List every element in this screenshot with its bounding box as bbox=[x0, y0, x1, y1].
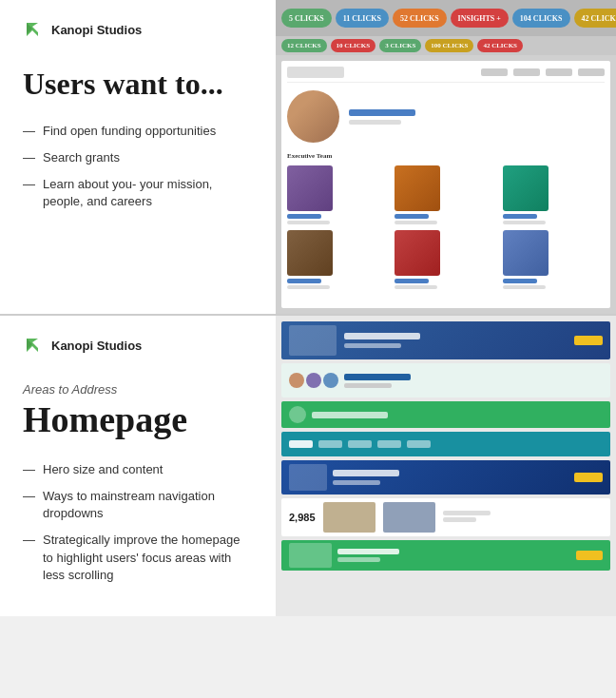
areas-label: Areas to Address bbox=[23, 382, 253, 397]
homepage-mockup-2 bbox=[281, 363, 610, 397]
site-nav-item-2 bbox=[513, 68, 540, 76]
hp-hero-text bbox=[344, 333, 567, 348]
hp-pop-line1 bbox=[344, 374, 411, 380]
team-name-1 bbox=[287, 214, 321, 219]
hp-teal-item-3 bbox=[348, 440, 372, 448]
bottom-bullet-1: Hero size and content bbox=[23, 461, 253, 478]
logo-bottom: Kanopi Studios bbox=[23, 335, 253, 356]
lead-person-title bbox=[349, 120, 401, 125]
hp-pop-section bbox=[281, 363, 610, 397]
team-grid bbox=[287, 165, 605, 289]
heatmap-pill-4: INSIGHTS + bbox=[451, 9, 509, 28]
website-mockup-top: 5 CLICKS 11 CLICKS 52 CLICKS INSIGHTS + … bbox=[276, 0, 616, 314]
homepage-mockup-6: 2,985 bbox=[281, 498, 610, 536]
hp-cta-image bbox=[289, 543, 332, 568]
team-role-6 bbox=[503, 285, 546, 289]
homepage-mockup-1 bbox=[281, 321, 610, 359]
homepage-mockup-5 bbox=[281, 460, 610, 494]
hp-cta-line1 bbox=[337, 549, 399, 554]
team-name-2 bbox=[395, 214, 429, 219]
kanopi-logo-icon-bottom bbox=[23, 335, 44, 356]
team-photo-6 bbox=[503, 230, 549, 276]
team-role-3 bbox=[503, 221, 546, 224]
team-member-6 bbox=[503, 230, 605, 289]
team-role-4 bbox=[287, 285, 330, 289]
hp-blue-hero-section bbox=[281, 460, 610, 494]
bottom-bullet-3: Strategically improve the homepage to hi… bbox=[23, 532, 253, 584]
heatmap-small-1: 12 CLICKS bbox=[281, 39, 327, 52]
bottom-panel-left: Kanopi Studios Areas to Address Homepage… bbox=[0, 316, 276, 616]
hp-teal-item-4 bbox=[377, 440, 401, 448]
heatmap-small-3: 3 CLICKS bbox=[379, 39, 421, 52]
team-name-4 bbox=[287, 279, 321, 283]
heatmap-subbar: 12 CLICKS 10 CLICKS 3 CLICKS 100 CLICKS … bbox=[276, 36, 616, 55]
hp-pop-line2 bbox=[344, 383, 392, 388]
panel-heading: Users want to... bbox=[23, 67, 253, 102]
team-role-5 bbox=[395, 285, 437, 289]
hp-blue-hero-text bbox=[333, 470, 568, 485]
heatmap-pill-5: 104 CLICKS bbox=[512, 9, 570, 28]
team-photo-4 bbox=[287, 230, 333, 276]
hp-stat-text bbox=[443, 511, 603, 524]
heatmap-bar: 5 CLICKS 11 CLICKS 52 CLICKS INSIGHTS + … bbox=[276, 0, 616, 36]
bottom-bullet-list: Hero size and content Ways to mainstream… bbox=[23, 461, 253, 584]
hp-yellow-btn bbox=[574, 336, 603, 345]
team-photo-1 bbox=[287, 165, 333, 211]
team-photo-2 bbox=[395, 165, 440, 211]
brand-name: Kanopi Studios bbox=[51, 23, 142, 37]
homepage-mockup-stack: 2,985 bbox=[276, 316, 616, 616]
hp-pop-text bbox=[344, 374, 603, 388]
team-member-3 bbox=[503, 165, 605, 224]
top-panel-left: Kanopi Studios Users want to... Find ope… bbox=[0, 0, 276, 314]
bullet-item-1: Find open funding opportunities bbox=[23, 123, 253, 140]
lead-person-card bbox=[287, 90, 605, 143]
heatmap-pill-6: 42 CLICKS bbox=[574, 9, 616, 28]
site-logo-small bbox=[287, 67, 344, 78]
heatmap-pill-2: 11 CLICKS bbox=[336, 9, 389, 28]
bullet-list: Find open funding opportunities Search g… bbox=[23, 123, 253, 211]
homepage-mockup-7 bbox=[281, 540, 610, 571]
hp-stat-line-2 bbox=[443, 517, 476, 522]
hp-blue-line2 bbox=[333, 480, 380, 485]
site-mockup-header bbox=[287, 67, 605, 83]
site-nav-item-1 bbox=[481, 68, 508, 76]
hp-teal-section bbox=[281, 432, 610, 456]
team-name-3 bbox=[503, 214, 537, 219]
hp-face-2 bbox=[306, 373, 321, 388]
team-name-6 bbox=[503, 279, 537, 283]
hp-green-section bbox=[281, 401, 610, 428]
hp-cta-line2 bbox=[337, 557, 380, 562]
logo: Kanopi Studios bbox=[23, 19, 253, 40]
team-role-1 bbox=[287, 221, 330, 224]
hp-teal-item-2 bbox=[318, 440, 342, 448]
site-nav bbox=[481, 68, 605, 76]
bullet-item-2: Search grants bbox=[23, 149, 253, 166]
hp-green-cta-section bbox=[281, 540, 610, 571]
lead-person-photo bbox=[287, 90, 339, 143]
heatmap-small-2: 10 CLICKS bbox=[331, 39, 376, 52]
hp-hero-line1 bbox=[344, 333, 420, 339]
team-member-1 bbox=[287, 165, 389, 224]
hp-blue-hero-img bbox=[289, 464, 327, 491]
lead-person-info bbox=[349, 109, 605, 125]
bullet-item-3: Learn about you- your mission, people, a… bbox=[23, 176, 253, 210]
homepage-mockup-4 bbox=[281, 432, 610, 456]
heatmap-small-4: 100 CLICKS bbox=[425, 39, 473, 52]
hp-cta-button bbox=[576, 551, 603, 560]
brand-name-bottom: Kanopi Studios bbox=[51, 339, 142, 353]
homepage-heading: Homepage bbox=[23, 400, 253, 440]
heatmap-small-5: 42 CLICKS bbox=[477, 39, 523, 52]
team-photo-3 bbox=[503, 165, 549, 211]
heatmap-pill-3: 52 CLICKS bbox=[393, 9, 447, 28]
team-name-5 bbox=[395, 279, 429, 283]
hp-teal-item-5 bbox=[407, 440, 431, 448]
hp-hero-line2 bbox=[344, 343, 401, 348]
homepage-mockup-3 bbox=[281, 401, 610, 428]
hp-teal-item-1 bbox=[289, 440, 313, 448]
lead-person-name bbox=[349, 109, 415, 116]
hp-face-1 bbox=[289, 373, 304, 388]
bottom-panel: Kanopi Studios Areas to Address Homepage… bbox=[0, 316, 616, 616]
hp-cta-text bbox=[337, 549, 570, 562]
top-panel: Kanopi Studios Users want to... Find ope… bbox=[0, 0, 616, 315]
hp-hero-image bbox=[289, 325, 337, 356]
